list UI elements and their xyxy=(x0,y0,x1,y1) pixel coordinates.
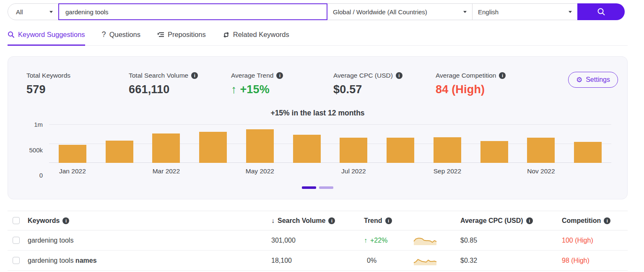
tab-prepositions[interactable]: Prepositions xyxy=(157,30,206,46)
search-input[interactable] xyxy=(65,8,321,16)
search-button[interactable] xyxy=(577,3,625,20)
search-input-wrap xyxy=(58,3,327,20)
up-arrow-icon: ↑ xyxy=(364,237,367,244)
column-header-trend[interactable]: Trendi xyxy=(364,217,460,225)
settings-button[interactable]: ⚙ Settings xyxy=(568,72,618,88)
column-header-competition[interactable]: Competitioni xyxy=(562,217,628,225)
chart-bar xyxy=(377,124,424,163)
stat-average-trend-value: ↑ +15% xyxy=(231,83,333,96)
chart-bar xyxy=(518,124,565,163)
column-header-keywords[interactable]: Keywordsi xyxy=(28,217,271,225)
stat-total-keywords-value: 579 xyxy=(26,83,129,96)
repeat-icon xyxy=(223,31,230,38)
chart-bar xyxy=(236,124,283,163)
info-icon[interactable]: i xyxy=(499,72,506,79)
stat-average-competition: Average Competitioni 84 (High) xyxy=(436,72,538,96)
tab-questions[interactable]: ? Questions xyxy=(102,30,140,46)
keywords-table: Keywordsi ↓ Search Volumei Trendi Averag… xyxy=(8,211,628,271)
info-icon[interactable]: i xyxy=(604,217,610,224)
chart-bar xyxy=(424,124,471,163)
trend-chart: 1m 500k 0 Jan 2022Mar 2022May 2022Jul 20… xyxy=(17,124,618,175)
category-dropdown[interactable]: All xyxy=(8,3,59,20)
stat-total-search-volume-value: 661,110 xyxy=(129,83,231,96)
x-tick-label: Jul 2022 xyxy=(330,167,377,175)
chart-bar xyxy=(471,124,518,163)
search-icon xyxy=(8,31,15,38)
x-tick-label xyxy=(283,167,330,175)
chart-pagination xyxy=(17,186,618,189)
keyword-cell: gardening tools xyxy=(28,237,271,244)
question-icon: ? xyxy=(102,30,106,39)
tab-bar: Keyword Suggestions ? Questions Preposit… xyxy=(8,30,628,46)
info-icon[interactable]: i xyxy=(191,72,198,79)
trend-sparkline xyxy=(413,235,460,246)
chevron-down-icon xyxy=(49,11,53,13)
row-checkbox[interactable] xyxy=(13,237,20,244)
y-tick-label: 1m xyxy=(34,121,43,128)
trend-cell: ↑+22% xyxy=(364,237,413,244)
stat-average-trend: Average Trendi ↑ +15% xyxy=(231,72,333,96)
cpc-cell: $0.85 xyxy=(460,237,562,244)
chevron-down-icon xyxy=(569,11,572,13)
stat-average-cpc-value: $0.57 xyxy=(333,83,436,96)
pagination-pill[interactable] xyxy=(302,186,316,189)
chart-bar xyxy=(96,124,143,163)
chart-x-axis: Jan 2022Mar 2022May 2022Jul 2022Sep 2022… xyxy=(49,167,611,175)
stat-average-cpc: Average CPC (USD)i $0.57 xyxy=(333,72,436,96)
x-tick-label xyxy=(471,167,518,175)
gear-icon: ⚙ xyxy=(576,76,582,84)
stat-total-search-volume: Total Search Volumei 661,110 xyxy=(129,72,231,96)
info-icon[interactable]: i xyxy=(276,72,283,79)
x-tick-label xyxy=(564,167,611,175)
chart-bar xyxy=(283,124,330,163)
keyword-cell: gardening tools names xyxy=(28,257,271,264)
info-icon[interactable]: i xyxy=(396,72,402,79)
language-dropdown[interactable]: English xyxy=(472,3,578,20)
competition-cell: 98 (High) xyxy=(562,257,628,264)
language-dropdown-value: English xyxy=(478,8,499,16)
column-header-average-cpc[interactable]: Average CPC (USD)i xyxy=(460,217,562,225)
list-icon xyxy=(157,31,164,38)
table-row: gardening tools names 18,100 0% $0.32 98… xyxy=(8,251,628,271)
search-bar: All Global / Worldwide (All Countries) E… xyxy=(8,3,625,20)
stat-total-keywords: Total Keywords 579 xyxy=(26,72,129,96)
info-icon[interactable]: i xyxy=(62,217,69,224)
trend-cell: 0% xyxy=(364,257,413,264)
info-icon[interactable]: i xyxy=(385,217,392,224)
x-tick-label: Mar 2022 xyxy=(143,167,190,175)
chart-bar xyxy=(190,124,236,163)
y-tick-label: 500k xyxy=(29,146,43,153)
trend-sparkline xyxy=(413,256,460,266)
category-dropdown-value: All xyxy=(16,8,23,16)
chart-bars xyxy=(49,124,611,163)
x-tick-label: Sep 2022 xyxy=(424,167,471,175)
info-icon[interactable]: i xyxy=(328,217,335,224)
pagination-pill[interactable] xyxy=(319,186,333,189)
info-icon[interactable]: i xyxy=(526,217,533,224)
region-dropdown-value: Global / Worldwide (All Countries) xyxy=(333,8,427,16)
region-dropdown[interactable]: Global / Worldwide (All Countries) xyxy=(327,3,473,20)
chart-bar xyxy=(330,124,377,163)
chevron-down-icon xyxy=(463,11,467,13)
chart-title: +15% in the last 12 months xyxy=(17,109,618,118)
x-tick-label: Jan 2022 xyxy=(49,167,96,175)
select-all-checkbox[interactable] xyxy=(13,217,20,224)
chart-plot-area xyxy=(49,124,611,163)
x-tick-label xyxy=(190,167,236,175)
summary-card: Total Keywords 579 Total Search Volumei … xyxy=(8,56,628,199)
search-volume-cell: 18,100 xyxy=(271,257,364,264)
chart-bar xyxy=(564,124,611,163)
cpc-cell: $0.32 xyxy=(460,257,562,264)
up-arrow-icon: ↑ xyxy=(231,83,237,96)
column-header-search-volume[interactable]: ↓ Search Volumei xyxy=(271,217,364,225)
tab-related-keywords[interactable]: Related Keywords xyxy=(223,30,289,46)
sort-desc-icon: ↓ xyxy=(271,217,275,225)
chart-bar xyxy=(143,124,190,163)
chart-bar xyxy=(49,124,96,163)
x-tick-label: Nov 2022 xyxy=(518,167,565,175)
row-checkbox[interactable] xyxy=(13,257,20,264)
y-tick-label: 0 xyxy=(39,172,43,179)
tab-keyword-suggestions[interactable]: Keyword Suggestions xyxy=(8,30,85,46)
search-volume-cell: 301,000 xyxy=(271,237,364,244)
competition-cell: 100 (High) xyxy=(562,237,628,244)
